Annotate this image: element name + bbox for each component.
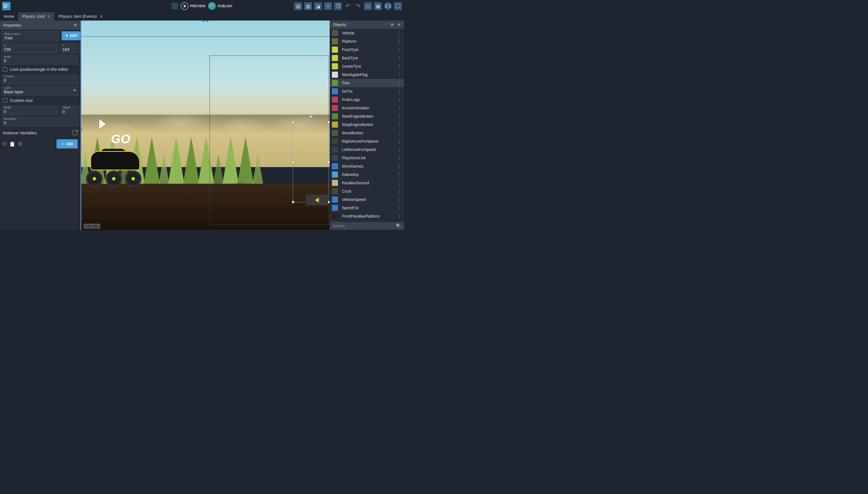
more-icon[interactable]: ⋮ [397, 139, 401, 144]
tab-physics-joint[interactable]: Physics Joint✕ [18, 12, 55, 21]
object-item[interactable]: FrontTyre⋮ [330, 45, 404, 54]
more-icon[interactable]: ⋮ [397, 89, 401, 94]
debug-icon[interactable] [172, 3, 178, 9]
object-item[interactable]: FrontParallaxPlatform⋮ [330, 212, 404, 220]
object-name: FrolicLogo [342, 97, 393, 102]
zorder-input[interactable] [4, 78, 77, 83]
more-icon[interactable]: ⋮ [397, 197, 401, 202]
x-field[interactable]: X [2, 43, 59, 53]
publish-label: PUBLISH [217, 4, 232, 8]
objects-list[interactable]: Vehicle⋮Platform⋮FrontTyre⋮BackTyre⋮Cent… [330, 29, 404, 222]
more-icon[interactable]: ⋮ [397, 214, 401, 219]
paste-icon[interactable]: 📋 [9, 141, 15, 147]
more-icon[interactable]: ⋮ [397, 56, 401, 61]
object-item[interactable]: BackTyre⋮ [330, 54, 404, 62]
x-input[interactable] [4, 47, 57, 52]
animation-input[interactable] [4, 120, 77, 125]
tab-physics-joint-events[interactable]: Physics Joint (Events)✕ [55, 12, 107, 21]
add-button[interactable]: ＋ADD [57, 139, 78, 149]
object-name-field[interactable]: Object name [2, 31, 59, 42]
app-logo[interactable] [2, 2, 11, 10]
object-item[interactable]: ArrowAnimation⋮ [330, 104, 404, 112]
object-item[interactable]: FrolicLogo⋮ [330, 95, 404, 104]
object-item[interactable]: GoTxt⋮ [330, 87, 404, 95]
more-icon[interactable]: ⋮ [397, 80, 401, 86]
scene-canvas[interactable]: GO 533;481 [80, 21, 330, 230]
object-item[interactable]: StartAgainFlag⋮ [330, 71, 404, 79]
publish-button[interactable]: PUBLISH [208, 2, 232, 10]
object-item[interactable]: LeftArrowForSpeed⋮ [330, 146, 404, 154]
object-item[interactable]: Gdevelop⋮ [330, 170, 404, 179]
close-icon[interactable]: ✕ [100, 14, 103, 19]
object-item[interactable]: Platform⋮ [330, 37, 404, 45]
trash-icon[interactable]: 🗑 [18, 141, 23, 147]
redo-icon[interactable]: ↷ [354, 2, 362, 10]
object-item[interactable]: Crust⋮ [330, 187, 404, 195]
custom-size-checkbox-row[interactable]: Custom size [2, 97, 79, 104]
tool-groups-icon[interactable]: ▨ [304, 2, 312, 10]
more-icon[interactable]: ⋮ [397, 106, 401, 111]
close-icon[interactable]: ✕ [47, 14, 51, 19]
object-item[interactable]: MoreGames⋮ [330, 162, 404, 170]
object-name: LeftArrowForSpeed [342, 147, 393, 152]
close-icon[interactable]: ✕ [398, 22, 401, 27]
tab-home[interactable]: Home [0, 12, 18, 21]
layer-select[interactable]: LayerBase layer [2, 86, 79, 95]
tool-objects-icon[interactable]: ▧ [294, 2, 302, 10]
object-item[interactable]: PlayStoreLink⋮ [330, 154, 404, 162]
tool-mask-icon[interactable]: ◻ [364, 2, 372, 10]
close-icon[interactable]: ✕ [74, 22, 77, 28]
more-icon[interactable]: ⋮ [397, 189, 401, 194]
object-item[interactable]: ResetButton⋮ [330, 129, 404, 137]
more-icon[interactable]: ⋮ [397, 64, 401, 69]
more-icon[interactable]: ⋮ [397, 172, 401, 177]
more-icon[interactable]: ⋮ [397, 39, 401, 44]
tool-grid-icon[interactable]: ▦ [374, 2, 382, 10]
checkbox-icon[interactable] [3, 67, 7, 72]
object-item[interactable]: StopEngineButton⋮ [330, 120, 404, 129]
more-icon[interactable]: ⋮ [397, 205, 401, 211]
more-icon[interactable]: ⋮ [397, 114, 401, 119]
object-item[interactable]: RightArrowForSpeed⋮ [330, 137, 404, 146]
width-input[interactable] [4, 109, 57, 114]
object-item[interactable]: SpeedTxt⋮ [330, 204, 404, 212]
tool-instances-icon[interactable]: ❐ [334, 2, 342, 10]
checkbox-icon[interactable] [3, 98, 7, 103]
copy-icon[interactable]: ⧉ [3, 141, 6, 147]
more-icon[interactable]: ⋮ [397, 155, 401, 161]
object-item[interactable]: Vehicle⋮ [330, 29, 404, 37]
more-icon[interactable]: ⋮ [397, 31, 401, 36]
object-item[interactable]: VehicleSpeed⋮ [330, 195, 404, 204]
more-icon[interactable]: ⋮ [397, 97, 401, 102]
tool-layers-icon[interactable]: ≡ [324, 2, 332, 10]
preview-button[interactable]: PREVIEW [181, 2, 205, 10]
animation-field[interactable]: Animation [2, 117, 79, 127]
zorder-field[interactable]: Z Order [2, 74, 79, 84]
search-icon[interactable]: 🔍 [396, 223, 401, 228]
more-icon[interactable]: ⋮ [397, 72, 401, 77]
tool-zoom-icon[interactable]: 1:1 [384, 2, 392, 10]
selection-box[interactable] [293, 122, 329, 202]
filter-icon[interactable]: ⚞ [390, 22, 394, 27]
tool-fullscreen-icon[interactable]: ⛶ [394, 2, 402, 10]
object-item[interactable]: Tree⋮ [330, 79, 404, 87]
angle-field[interactable]: Angle [2, 54, 79, 64]
object-item[interactable]: CenterTyre⋮ [330, 62, 404, 71]
more-icon[interactable]: ⋮ [397, 47, 401, 53]
more-icon[interactable]: ⋮ [397, 180, 401, 186]
lock-checkbox-row[interactable]: Lock position/angle in the editor [2, 66, 79, 73]
search-input[interactable] [332, 224, 396, 228]
tool-properties-icon[interactable]: ◪ [314, 2, 322, 10]
object-name-input[interactable] [4, 36, 57, 40]
width-field[interactable]: Width [2, 105, 59, 115]
edit-button[interactable]: ✎ EDIT [62, 31, 81, 40]
more-icon[interactable]: ⋮ [397, 164, 401, 169]
more-icon[interactable]: ⋮ [397, 130, 401, 136]
undo-icon[interactable]: ↶ [344, 2, 352, 10]
object-item[interactable]: ParallaxSecond⋮ [330, 179, 404, 187]
object-item[interactable]: StartEngineButton⋮ [330, 112, 404, 120]
open-external-icon[interactable] [73, 130, 78, 135]
angle-input[interactable] [4, 58, 77, 63]
more-icon[interactable]: ⋮ [397, 122, 401, 127]
more-icon[interactable]: ⋮ [397, 147, 401, 152]
